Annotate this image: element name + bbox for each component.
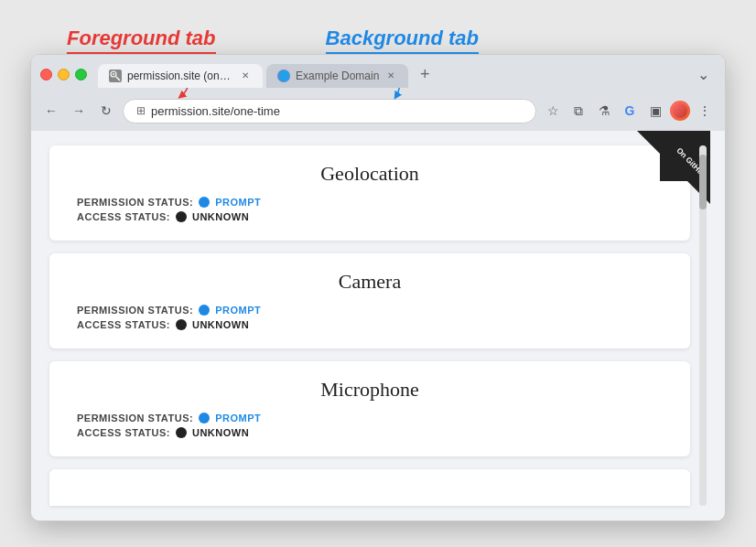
content-area: On GitHub Geolocation PERMISSION STATUS:… xyxy=(31,131,725,520)
lock-icon: ⊞ xyxy=(136,104,146,117)
more-icon[interactable]: ⋮ xyxy=(694,100,716,122)
tabs-row: permission.site (one-time) ✕ 🌐 Example D… xyxy=(98,62,716,88)
tab-close-active[interactable]: ✕ xyxy=(239,70,252,82)
microphone-title: Microphone xyxy=(77,378,663,402)
svg-point-3 xyxy=(673,103,687,118)
traffic-lights xyxy=(40,69,87,80)
tab-close-inactive[interactable]: ✕ xyxy=(384,70,397,82)
toolbar-icons: ☆ ⧉ ⚗ G ▣ ⋮ xyxy=(542,100,716,122)
geolocation-permission-dot xyxy=(199,197,210,208)
camera-access-dot xyxy=(176,319,187,330)
refresh-button[interactable]: ↻ xyxy=(95,100,117,122)
camera-access-row: ACCESS STATUS: UNKNOWN xyxy=(77,319,663,330)
browser-window: permission.site (one-time) ✕ 🌐 Example D… xyxy=(30,54,726,521)
maximize-button[interactable] xyxy=(75,69,87,80)
tab-annotations: Foreground tab Background tab xyxy=(30,27,726,50)
close-button[interactable] xyxy=(40,69,52,80)
microphone-permission-dot xyxy=(199,413,210,424)
geolocation-access-dot xyxy=(176,211,187,222)
geolocation-card: Geolocation PERMISSION STATUS: PROMPT AC… xyxy=(49,145,690,241)
camera-permission-label: PERMISSION STATUS: xyxy=(77,305,193,316)
geolocation-permission-row: PERMISSION STATUS: PROMPT xyxy=(77,197,663,208)
tab-inactive[interactable]: 🌐 Example Domain ✕ xyxy=(266,64,408,88)
geolocation-permission-value: PROMPT xyxy=(215,197,261,208)
geolocation-access-value: UNKNOWN xyxy=(192,211,249,222)
camera-access-value: UNKNOWN xyxy=(192,319,249,330)
camera-access-label: ACCESS STATUS: xyxy=(77,319,170,330)
tab-active[interactable]: permission.site (one-time) ✕ xyxy=(98,64,263,88)
camera-card: Camera PERMISSION STATUS: PROMPT ACCESS … xyxy=(49,253,690,349)
microphone-access-dot xyxy=(176,427,187,438)
microphone-access-row: ACCESS STATUS: UNKNOWN xyxy=(77,427,663,438)
outer-wrapper: Foreground tab Background tab xyxy=(30,27,726,521)
svg-point-1 xyxy=(113,73,114,75)
microphone-permission-value: PROMPT xyxy=(215,413,261,424)
address-text: permission.site/one-time xyxy=(151,104,523,118)
geolocation-permission-label: PERMISSION STATUS: xyxy=(77,197,193,208)
foreground-label: Foreground tab xyxy=(67,27,216,50)
title-bar: permission.site (one-time) ✕ 🌐 Example D… xyxy=(31,55,725,93)
forward-button[interactable]: → xyxy=(68,100,90,122)
tab-title-inactive: Example Domain xyxy=(296,70,379,82)
back-button[interactable]: ← xyxy=(40,100,62,122)
camera-permission-value: PROMPT xyxy=(215,305,261,316)
beaker-icon[interactable]: ⚗ xyxy=(593,100,615,122)
profile-icon[interactable] xyxy=(670,101,690,121)
scrollbar-thumb[interactable] xyxy=(699,155,707,209)
address-field[interactable]: ⊞ permission.site/one-time xyxy=(123,99,536,123)
title-bar-top: permission.site (one-time) ✕ 🌐 Example D… xyxy=(40,62,716,88)
tab-title-active: permission.site (one-time) xyxy=(127,70,233,82)
camera-title: Camera xyxy=(77,270,663,294)
geolocation-access-row: ACCESS STATUS: UNKNOWN xyxy=(77,211,663,222)
camera-permission-dot xyxy=(199,305,210,316)
tab-favicon-active xyxy=(109,70,122,82)
google-icon[interactable]: G xyxy=(619,100,641,122)
bookmark-icon[interactable]: ☆ xyxy=(542,100,564,122)
address-bar-row: ← → ↻ ⊞ permission.site/one-time ☆ ⧉ ⚗ G… xyxy=(31,93,725,131)
microphone-permission-label: PERMISSION STATUS: xyxy=(77,413,193,424)
device-icon[interactable]: ▣ xyxy=(644,100,666,122)
tab-menu-button[interactable]: ⌄ xyxy=(690,62,716,88)
camera-permission-row: PERMISSION STATUS: PROMPT xyxy=(77,305,663,316)
extensions-icon[interactable]: ⧉ xyxy=(567,100,589,122)
tab-favicon-inactive: 🌐 xyxy=(277,70,290,82)
minimize-button[interactable] xyxy=(58,69,70,80)
svg-line-2 xyxy=(116,77,120,80)
microphone-card: Microphone PERMISSION STATUS: PROMPT ACC… xyxy=(49,361,690,456)
microphone-access-value: UNKNOWN xyxy=(192,427,249,438)
background-label: Background tab xyxy=(326,27,479,50)
main-content: Geolocation PERMISSION STATUS: PROMPT AC… xyxy=(49,145,699,506)
microphone-permission-row: PERMISSION STATUS: PROMPT xyxy=(77,413,663,424)
geolocation-title: Geolocation xyxy=(77,162,663,186)
geolocation-access-label: ACCESS STATUS: xyxy=(77,211,170,222)
scrollbar[interactable] xyxy=(699,145,707,506)
microphone-access-label: ACCESS STATUS: xyxy=(77,427,170,438)
partial-card xyxy=(49,469,690,506)
